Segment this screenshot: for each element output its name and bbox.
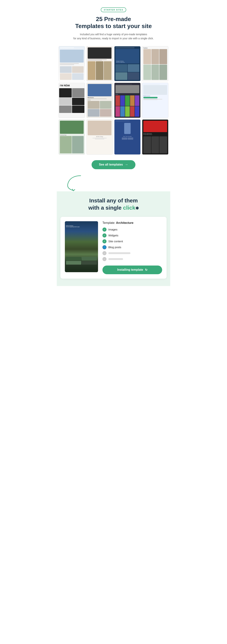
feature-item-images: ✓ Images — [102, 228, 162, 232]
feature-list: ✓ Images ✓ Widgets ✓ Site content 🌐 Blog… — [102, 228, 162, 261]
feature-item-pending-2: – — [102, 257, 162, 261]
template-card[interactable]: All the Story — [86, 120, 113, 155]
template-name-label: Template: Architecture — [102, 221, 162, 224]
spinner-icon: ↻ — [145, 268, 147, 272]
template-card[interactable]: Easy, Fast, Accurate! — [114, 120, 141, 155]
feature-item-site-content: ✓ Site content — [102, 239, 162, 244]
check-icon: ✓ — [102, 228, 106, 232]
install-card: Design of interiorsthe art of organizing… — [60, 217, 167, 279]
template-card[interactable]: Fashion — [142, 46, 168, 82]
template-card[interactable]: Books — [114, 83, 141, 118]
feature-item-widgets: ✓ Widgets — [102, 234, 162, 238]
globe-icon: 🌐 — [102, 245, 106, 249]
see-all-section: See all templates → — [57, 160, 170, 169]
curved-arrow-icon — [66, 175, 84, 191]
check-icon: ✓ — [102, 239, 106, 244]
template-card[interactable]: Design of interiorsthe art of organizing… — [114, 46, 141, 82]
template-preview: Design of interiorsthe art of organizing… — [65, 221, 98, 272]
starter-sites-section: STARTER SITES — [57, 0, 170, 12]
template-card[interactable]: Montmartre Rooms — [86, 83, 113, 118]
feature-item-pending-1: – — [102, 251, 162, 255]
template-grid: Design of interiorsthe art of organizing… — [57, 46, 170, 155]
pending-icon: – — [102, 257, 106, 261]
install-title: Install any of them with a single click✱ — [60, 197, 167, 211]
remi-title: I'M RÉMI — [59, 83, 85, 88]
template-card[interactable]: Medical services — [142, 83, 168, 118]
section-description: Included you will find a huge variety of… — [57, 32, 170, 40]
section-title: 25 Pre-made Templates to start your site — [57, 16, 170, 30]
check-icon: ✓ — [102, 234, 106, 238]
starter-sites-badge: STARTER SITES — [101, 8, 126, 12]
arrow-icon: → — [125, 163, 128, 167]
feature-item-blog-posts: 🌐 Blog posts — [102, 245, 162, 249]
pending-icon: – — [102, 251, 106, 255]
template-card[interactable] — [86, 46, 113, 82]
template-card[interactable]: Electric performance,the face lifted Tes… — [142, 120, 168, 155]
install-template-button[interactable]: Installing template ↻ — [102, 266, 162, 274]
install-info: Template: Architecture ✓ Images ✓ Widget… — [102, 221, 162, 274]
template-card-remi[interactable]: I'M RÉMI — [59, 83, 85, 118]
see-all-templates-button[interactable]: See all templates → — [92, 160, 135, 169]
template-card[interactable]: University News — [59, 120, 85, 155]
arrow-decoration — [57, 175, 170, 191]
install-section: Install any of them with a single click✱… — [57, 191, 170, 286]
template-card[interactable] — [59, 46, 85, 82]
